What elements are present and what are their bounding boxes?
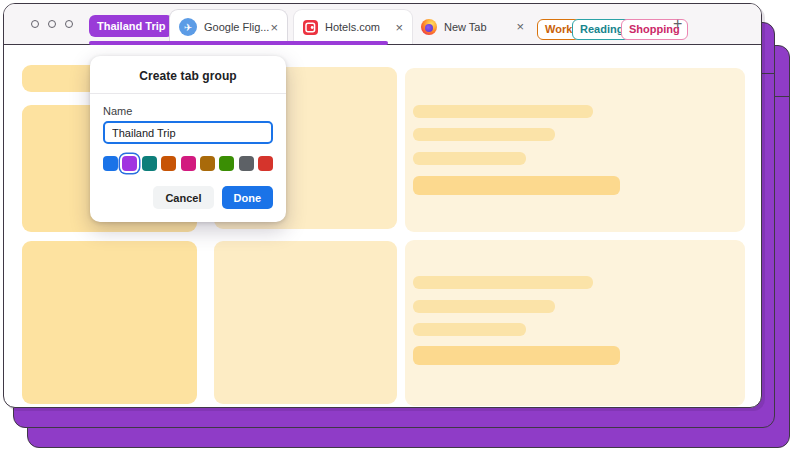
- placeholder-text-line: [413, 176, 620, 195]
- placeholder-text-line: [413, 276, 593, 289]
- window-control-maximize[interactable]: [65, 20, 73, 28]
- color-swatch-3[interactable]: [161, 156, 176, 171]
- color-swatch-6[interactable]: [219, 156, 234, 171]
- placeholder-text-line: [413, 152, 526, 165]
- tab-group-chip-thailand-trip[interactable]: Thailand Trip: [89, 15, 173, 37]
- color-swatch-8[interactable]: [258, 156, 273, 171]
- tab-google-flights[interactable]: ✈ Google Flig... ×: [169, 9, 288, 44]
- cancel-button[interactable]: Cancel: [153, 186, 213, 209]
- tab-label: New Tab: [444, 21, 487, 33]
- placeholder-text-line: [413, 105, 593, 118]
- close-icon[interactable]: ×: [270, 21, 278, 34]
- dialog-title: Create tab group: [90, 56, 286, 93]
- color-swatch-7[interactable]: [239, 156, 254, 171]
- tab-label: Google Flig...: [204, 21, 269, 33]
- tab-strip: Thailand Trip ✈ Google Flig... × Hotels.…: [4, 4, 761, 45]
- tab-hotels-com[interactable]: Hotels.com ×: [293, 9, 413, 44]
- content-placeholder-panel: [405, 240, 745, 406]
- dialog-buttons: Cancel Done: [103, 186, 273, 209]
- google-flights-icon: ✈: [179, 18, 197, 36]
- placeholder-text-line: [413, 323, 526, 336]
- color-swatch-0[interactable]: [103, 156, 118, 171]
- content-placeholder-block: [22, 241, 197, 404]
- window-control-close[interactable]: [31, 20, 39, 28]
- new-tab-button[interactable]: +: [673, 15, 682, 33]
- tab-new-tab[interactable]: New Tab ×: [418, 9, 527, 44]
- tab-group-underline: [89, 41, 388, 45]
- placeholder-text-line: [413, 300, 555, 313]
- color-swatch-5[interactable]: [200, 156, 215, 171]
- firefox-icon: [421, 19, 437, 35]
- window-control-minimize[interactable]: [48, 20, 56, 28]
- color-swatch-2[interactable]: [142, 156, 157, 171]
- color-swatches: [103, 154, 273, 172]
- create-tab-group-dialog: Create tab group Name Cancel Done: [90, 56, 286, 222]
- placeholder-text-line: [413, 346, 620, 365]
- color-swatch-1[interactable]: [122, 156, 137, 171]
- close-icon[interactable]: ×: [516, 20, 524, 33]
- content-placeholder-block: [214, 241, 397, 404]
- group-name-input[interactable]: [103, 121, 273, 144]
- dialog-divider: [90, 93, 286, 94]
- done-button[interactable]: Done: [222, 186, 274, 209]
- hotels-com-icon: [303, 20, 318, 35]
- content-placeholder-panel: [405, 68, 745, 232]
- close-icon[interactable]: ×: [395, 21, 403, 34]
- window-controls: [31, 20, 73, 28]
- color-swatch-4[interactable]: [181, 156, 196, 171]
- name-field-label: Name: [103, 105, 273, 117]
- placeholder-text-line: [413, 128, 555, 141]
- tab-label: Hotels.com: [325, 21, 380, 33]
